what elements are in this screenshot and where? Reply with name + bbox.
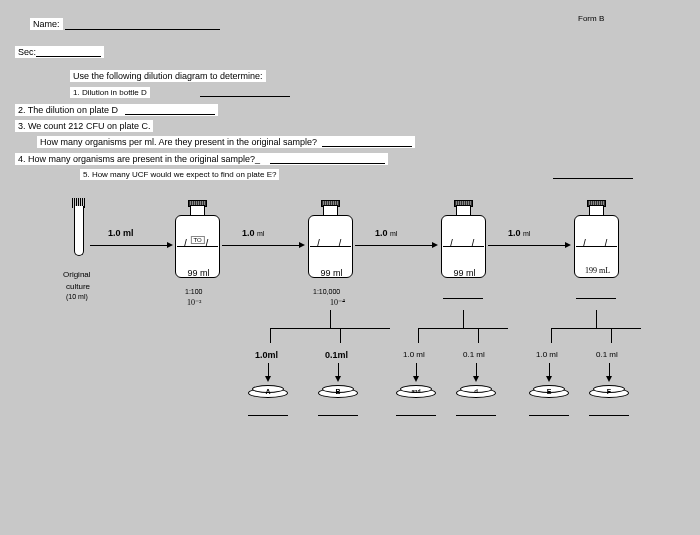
sec-field: Sec: [15,46,104,58]
question-3a: 3. We count 212 CFU on plate C. [15,120,153,132]
arrow-icon [355,245,433,246]
original-tube-icon [70,198,88,258]
connector-line [418,328,508,329]
connector-line [478,328,479,343]
sec-blank[interactable] [36,56,101,57]
bottle-b-icon: / / 99 ml [308,200,353,280]
plate-b-blank[interactable] [318,415,358,416]
plate-vol-b: 0.1ml [325,350,348,360]
connector-line [418,328,419,343]
plate-f-icon: F [589,385,629,399]
plate-a-blank[interactable] [248,415,288,416]
vol-2: 1.0 ml [242,228,264,238]
plate-b-icon: B [318,385,358,399]
name-field: Name: [30,18,220,30]
vol-3: 1.0 ml [375,228,397,238]
arrow-down-icon [476,363,477,377]
vol-4: 1.0 ml [508,228,530,238]
connector-line [463,310,464,328]
arrow-icon [90,245,168,246]
arrow-down-icon [549,363,550,377]
vol-1: 1.0 ml [108,228,134,238]
name-label: Name: [30,18,63,30]
question-2: 2. The dilution on plate D [15,104,218,116]
plate-f-blank[interactable] [589,415,629,416]
arrow-down-icon [609,363,610,377]
connector-line [330,310,331,328]
form-label: Form B [578,14,604,23]
q3-blank[interactable] [322,146,412,147]
q1-blank[interactable] [200,87,290,97]
connector-line [270,328,390,329]
bottle-c-icon: / / 99 ml [441,200,486,280]
dilution-4-blank[interactable] [576,298,616,299]
sec-label: Sec: [18,47,36,57]
plate-e-blank[interactable] [529,415,569,416]
bottle-d-icon: / / 199 mL [574,200,619,280]
plate-e-icon: E [529,385,569,399]
arrow-down-icon [338,363,339,377]
question-4: 4. How many organisms are present in the… [15,153,388,165]
plate-vol-d: 0.1 ml [463,350,485,359]
name-blank[interactable] [65,29,220,30]
connector-line [551,328,641,329]
dilution-2-hand: 10⁻⁴ [330,298,345,307]
dilution-diagram: Original culture (10 ml) 1.0 ml 1.0 ml 1… [40,190,680,520]
plate-vol-f: 0.1 ml [596,350,618,359]
question-3b: How many organisms per ml. Are they pres… [37,136,415,148]
plate-d-blank[interactable] [456,415,496,416]
arrow-down-icon [416,363,417,377]
connector-line [270,328,271,343]
q2-blank[interactable] [125,114,215,115]
arrow-icon [222,245,300,246]
question-5: 5. How many UCF would we expect to find … [80,169,279,180]
arrow-icon [488,245,566,246]
connector-line [596,310,597,328]
dilution-1-hand: 10⁻² [187,298,201,307]
original-label-3: (10 ml) [66,293,88,300]
question-1: 1. Dilution in bottle D [70,87,150,98]
plate-vol-a: 1.0ml [255,350,278,360]
plate-vol-e: 1.0 ml [536,350,558,359]
plate-vol-c: 1.0 ml [403,350,425,359]
plate-d-icon: d [456,385,496,399]
arrow-down-icon [268,363,269,377]
plate-c-icon: and [396,385,436,399]
connector-line [551,328,552,343]
dilution-3-blank[interactable] [443,298,483,299]
instructions: Use the following dilution diagram to de… [70,70,266,82]
plate-c-blank[interactable] [396,415,436,416]
connector-line [611,328,612,343]
q4-blank-2[interactable] [553,169,633,179]
connector-line [340,328,341,343]
original-label-1: Original [63,270,91,279]
plate-a-icon: A [248,385,288,399]
dilution-1: 1:100 [185,288,203,295]
dilution-2: 1:10,000 [313,288,340,295]
bottle-a-icon: / / TO 99 ml [175,200,220,280]
original-label-2: culture [66,282,90,291]
q4-blank[interactable] [270,163,385,164]
